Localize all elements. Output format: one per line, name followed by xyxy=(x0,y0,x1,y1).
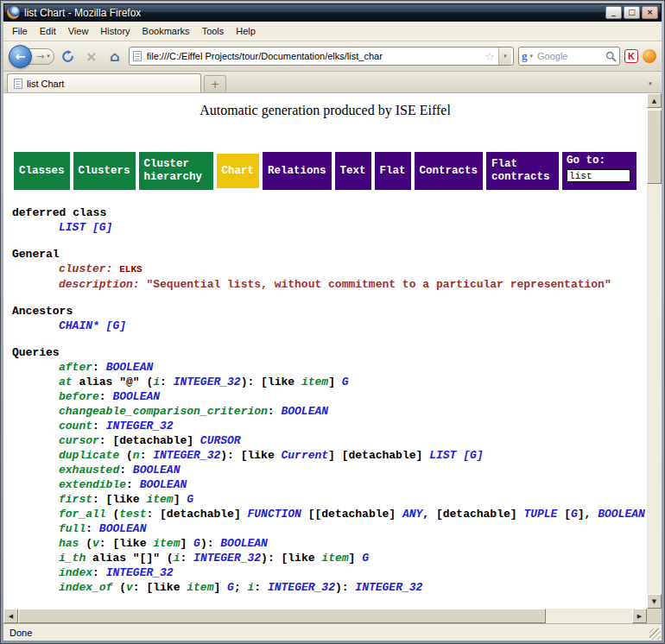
chart-nav-flat-contracts[interactable]: Flat contracts xyxy=(486,152,559,190)
feature-link[interactable]: index_of xyxy=(59,581,119,594)
chart-nav-contracts[interactable]: Contracts xyxy=(415,152,484,190)
class-link[interactable]: BOOLEAN xyxy=(112,390,160,403)
class-link[interactable]: BOOLEAN xyxy=(281,405,328,418)
feature-link[interactable]: index xyxy=(59,566,92,579)
chart-nav-relations[interactable]: Relations xyxy=(263,152,332,190)
class-link[interactable]: ANY xyxy=(402,508,422,521)
feature-link[interactable]: test xyxy=(119,508,146,521)
close-button[interactable]: × xyxy=(642,6,658,19)
feature-link[interactable]: item xyxy=(146,493,173,506)
feature-link[interactable]: item xyxy=(187,581,213,594)
menu-item-view[interactable]: View xyxy=(62,22,95,40)
feature-link[interactable]: duplicate xyxy=(59,449,126,462)
class-link[interactable]: G xyxy=(227,581,234,594)
class-link[interactable]: BOOLEAN xyxy=(220,537,268,550)
feature-link[interactable]: count xyxy=(59,420,92,432)
class-link[interactable]: INTEGER_32 xyxy=(153,449,220,462)
class-link[interactable]: FUNCTION xyxy=(247,508,301,521)
class-link[interactable]: G xyxy=(342,376,349,388)
url-bar[interactable]: ☆ ▾ xyxy=(129,47,514,66)
class-link[interactable]: BOOLEAN xyxy=(99,522,147,535)
feature-link[interactable]: after xyxy=(59,361,92,374)
class-link[interactable]: INTEGER_32 xyxy=(268,581,335,594)
list-all-tabs-button[interactable]: ▾ xyxy=(643,75,658,92)
back-button[interactable]: ← xyxy=(9,45,32,68)
chart-nav-cluster-hierarchy[interactable]: Cluster hierarchy xyxy=(139,152,213,190)
menu-item-file[interactable]: File xyxy=(6,22,34,40)
class-link[interactable]: G xyxy=(571,508,578,521)
feature-link[interactable]: item xyxy=(321,552,348,565)
search-box[interactable]: g ▾ xyxy=(518,47,620,66)
feature-link[interactable]: exhausted xyxy=(59,464,119,477)
goto-input[interactable] xyxy=(567,169,630,182)
chart-nav-chart[interactable]: Chart xyxy=(217,154,260,188)
class-link[interactable]: CURSOR xyxy=(200,434,241,447)
chart-nav-text[interactable]: Text xyxy=(335,152,371,190)
tab-list-chart[interactable]: list Chart xyxy=(7,73,201,92)
chart-nav-classes[interactable]: Classes xyxy=(14,152,70,190)
class-link[interactable]: INTEGER_32 xyxy=(193,552,261,565)
resize-grip[interactable] xyxy=(649,628,661,640)
search-input[interactable] xyxy=(535,50,603,62)
minimize-button[interactable]: _ xyxy=(605,6,622,19)
feature-link[interactable]: first xyxy=(59,493,92,506)
scroll-down-button[interactable]: ▼ xyxy=(647,594,662,609)
feature-link[interactable]: before xyxy=(59,390,99,403)
menu-item-tools[interactable]: Tools xyxy=(196,22,231,40)
maximize-button[interactable]: □ xyxy=(624,6,640,19)
url-dropdown-button[interactable]: ▾ xyxy=(498,47,511,65)
horizontal-scroll-track[interactable] xyxy=(18,609,632,623)
class-link[interactable]: LIST [G] xyxy=(429,449,483,462)
extension-kaspersky-icon[interactable]: K xyxy=(624,49,638,63)
stop-button[interactable]: × xyxy=(82,47,101,66)
menu-item-help[interactable]: Help xyxy=(230,22,262,40)
title-bar[interactable]: list Chart - Mozilla Firefox _ □ × xyxy=(3,3,662,22)
class-link[interactable]: INTEGER_32 xyxy=(174,376,241,388)
bookmark-star-icon[interactable]: ☆ xyxy=(484,50,495,63)
menu-item-edit[interactable]: Edit xyxy=(34,22,62,40)
class-link[interactable]: G xyxy=(187,493,193,506)
class-link[interactable]: CHAIN* [G] xyxy=(59,319,126,332)
feature-link[interactable]: v xyxy=(92,537,99,550)
class-link[interactable]: INTEGER_32 xyxy=(106,420,174,432)
vertical-scroll-thumb[interactable] xyxy=(647,110,662,184)
class-link[interactable]: BOOLEAN xyxy=(106,361,154,374)
feature-link[interactable]: has xyxy=(59,537,86,550)
horizontal-scrollbar[interactable]: ◀ ▶ xyxy=(3,609,647,623)
class-link[interactable]: BOOLEAN xyxy=(140,478,187,491)
extension-icon[interactable] xyxy=(643,49,656,63)
class-link[interactable]: G xyxy=(362,552,369,565)
class-link[interactable]: BOOLEAN xyxy=(133,464,180,477)
vertical-scrollbar[interactable]: ▲ ▼ xyxy=(647,93,662,609)
horizontal-scroll-thumb[interactable] xyxy=(18,609,546,623)
class-link[interactable]: G xyxy=(193,537,200,550)
feature-link[interactable]: changeable_comparison_criterion xyxy=(59,405,268,418)
class-link[interactable]: Current xyxy=(282,449,329,462)
feature-link[interactable]: for_all xyxy=(59,508,112,521)
feature-link[interactable]: item xyxy=(153,537,180,550)
menu-item-bookmarks[interactable]: Bookmarks xyxy=(136,22,196,40)
feature-link[interactable]: full xyxy=(59,522,86,535)
feature-link[interactable]: n xyxy=(133,449,140,462)
class-link[interactable]: BOOLEAN xyxy=(598,508,645,521)
chart-nav-clusters[interactable]: Clusters xyxy=(73,152,136,190)
new-tab-button[interactable]: + xyxy=(204,75,226,92)
url-input[interactable] xyxy=(145,50,482,62)
class-link[interactable]: INTEGER_32 xyxy=(106,566,174,579)
history-dropdown-icon[interactable]: ▾ xyxy=(47,53,50,60)
class-link[interactable]: LIST [G] xyxy=(59,221,112,234)
class-link[interactable]: INTEGER_32 xyxy=(355,581,422,594)
menu-item-history[interactable]: History xyxy=(94,22,136,40)
feature-link[interactable]: v xyxy=(126,581,133,594)
scroll-up-button[interactable]: ▲ xyxy=(647,93,662,108)
scroll-left-button[interactable]: ◀ xyxy=(3,609,18,623)
engine-dropdown-icon[interactable]: ▾ xyxy=(530,53,534,60)
feature-link[interactable]: at xyxy=(59,376,79,388)
class-link[interactable]: TUPLE xyxy=(523,508,557,521)
feature-link[interactable]: i xyxy=(153,376,160,388)
feature-link[interactable]: cursor xyxy=(59,434,99,447)
feature-link[interactable]: item xyxy=(301,376,328,388)
feature-link[interactable]: extendible xyxy=(59,478,126,491)
vertical-scroll-track[interactable] xyxy=(647,108,662,594)
home-button[interactable]: ⌂ xyxy=(105,47,124,66)
